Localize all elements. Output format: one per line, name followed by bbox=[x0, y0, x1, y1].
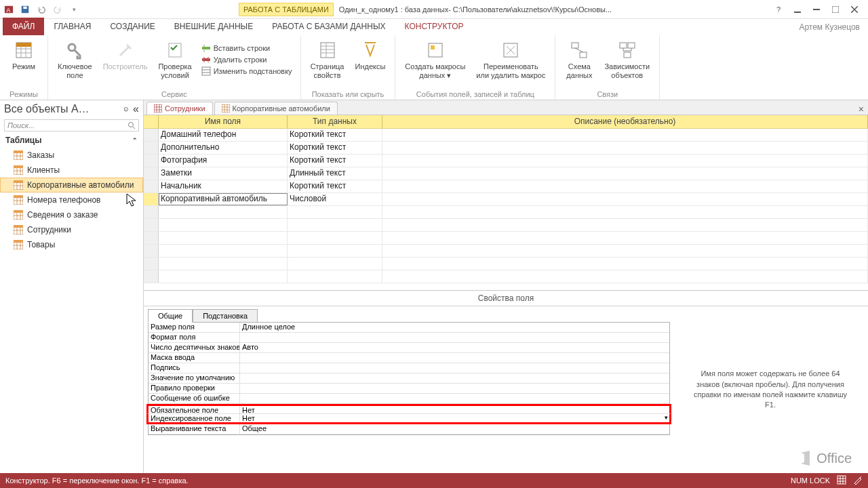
save-icon[interactable] bbox=[18, 2, 33, 17]
svg-rect-25 bbox=[14, 150, 23, 153]
property-row[interactable]: Подпись bbox=[149, 363, 669, 373]
nav-item[interactable]: Клиенты bbox=[0, 163, 143, 178]
test-rules-button[interactable]: Проверка условий bbox=[155, 38, 194, 81]
dropdown-icon[interactable]: ▾ bbox=[665, 414, 668, 421]
svg-rect-18 bbox=[572, 43, 578, 48]
field-row[interactable]: Корпоративный автомобильЧисловой bbox=[144, 193, 868, 206]
row-selector[interactable] bbox=[144, 193, 159, 205]
nav-item[interactable]: Товары bbox=[0, 237, 143, 252]
table-icon bbox=[14, 195, 23, 205]
tab-create[interactable]: СОЗДАНИЕ bbox=[100, 18, 164, 35]
primary-key-button[interactable]: Ключевое поле bbox=[55, 38, 95, 81]
nav-item[interactable]: Номера телефонов bbox=[0, 192, 143, 207]
table-icon bbox=[14, 225, 23, 235]
field-row[interactable]: ЗаметкиДлинный текст bbox=[144, 167, 868, 180]
context-tab-label: РАБОТА С ТАБЛИЦАМИ bbox=[239, 3, 334, 16]
property-row[interactable]: Значение по умолчанию bbox=[149, 373, 669, 384]
design-view-icon[interactable] bbox=[853, 475, 863, 486]
field-row[interactable]: НачальникКороткий текст bbox=[144, 180, 868, 193]
field-row-empty[interactable] bbox=[144, 219, 868, 232]
svg-rect-40 bbox=[837, 476, 846, 484]
row-selector[interactable] bbox=[144, 129, 159, 141]
nav-item[interactable]: Сотрудники bbox=[0, 222, 143, 237]
row-selector[interactable] bbox=[144, 155, 159, 167]
nav-item[interactable]: Заказы bbox=[0, 148, 143, 163]
qa-more-icon[interactable]: ▾ bbox=[66, 2, 81, 17]
redo-icon[interactable] bbox=[50, 2, 65, 17]
nav-header[interactable]: Все объекты A…⊙« bbox=[0, 100, 143, 118]
field-row[interactable]: ДополнительноКороткий текст bbox=[144, 142, 868, 155]
field-row-empty[interactable] bbox=[144, 245, 868, 258]
doc-tab-employees[interactable]: Сотрудники bbox=[146, 102, 213, 115]
select-all-corner[interactable] bbox=[144, 115, 159, 128]
svg-rect-4 bbox=[794, 12, 801, 13]
prop-tab-lookup[interactable]: Подстановка bbox=[193, 309, 258, 323]
relationships-button[interactable]: Схема данных bbox=[562, 38, 596, 81]
close-doc-icon[interactable]: × bbox=[859, 104, 864, 115]
field-row-empty[interactable] bbox=[144, 270, 868, 283]
field-row-empty[interactable] bbox=[144, 232, 868, 245]
object-dependencies-button[interactable]: Зависимости объектов bbox=[601, 38, 652, 81]
field-row-empty[interactable] bbox=[144, 206, 868, 219]
datasheet-view-icon[interactable] bbox=[837, 475, 846, 486]
group-show-label: Показать или скрыть bbox=[308, 90, 389, 98]
col-field-name[interactable]: Имя поля bbox=[159, 115, 288, 128]
col-data-type[interactable]: Тип данных bbox=[288, 115, 382, 128]
insert-rows-button[interactable]: Вставить строки bbox=[200, 43, 294, 54]
property-row[interactable]: Формат поля bbox=[149, 333, 669, 343]
svg-rect-22 bbox=[624, 52, 631, 58]
collapse-nav-icon[interactable]: « bbox=[133, 103, 139, 115]
nav-section-tables[interactable]: Таблицы⌃ bbox=[0, 133, 143, 148]
tab-design[interactable]: КОНСТРУКТОР bbox=[395, 18, 473, 35]
field-grid: Имя поля Тип данных Описание (необязател… bbox=[144, 115, 868, 291]
table-icon bbox=[14, 240, 23, 249]
search-input[interactable]: Поиск... bbox=[4, 119, 139, 131]
svg-rect-31 bbox=[14, 195, 23, 198]
property-row[interactable]: Число десятичных знаковАвто bbox=[149, 343, 669, 353]
tab-home[interactable]: ГЛАВНАЯ bbox=[44, 18, 100, 35]
svg-rect-33 bbox=[14, 210, 23, 213]
rename-delete-macro-button[interactable]: Переименовать или удалить макрос bbox=[473, 38, 548, 81]
property-row[interactable]: Правило проверки bbox=[149, 384, 669, 394]
ribbon-collapse-icon[interactable] bbox=[788, 3, 807, 16]
nav-item[interactable]: Сведения о заказе bbox=[0, 207, 143, 222]
maximize-icon[interactable] bbox=[826, 3, 845, 16]
prop-tab-general[interactable]: Общие bbox=[148, 309, 193, 323]
view-button[interactable]: Режим bbox=[7, 38, 41, 73]
status-text: Конструктор. F6 = переключение окон. F1 … bbox=[5, 476, 189, 485]
property-row[interactable]: Маска ввода bbox=[149, 353, 669, 363]
col-description[interactable]: Описание (необязательно) bbox=[382, 115, 868, 128]
delete-rows-button[interactable]: Удалить строки bbox=[200, 54, 294, 65]
nav-item[interactable]: Корпоративные автомобили bbox=[0, 178, 143, 192]
field-row-empty[interactable] bbox=[144, 258, 868, 270]
undo-icon[interactable] bbox=[34, 2, 49, 17]
chevron-down-icon: ⊙ bbox=[123, 106, 129, 113]
modify-lookup-button[interactable]: Изменить подстановку bbox=[200, 66, 294, 77]
field-row[interactable]: Домашний телефонКороткий текст bbox=[144, 129, 868, 142]
property-sheet-button[interactable]: Страница свойств bbox=[308, 38, 347, 81]
indexes-button[interactable]: Индексы bbox=[352, 38, 388, 81]
user-name[interactable]: Артем Кузнецов bbox=[791, 20, 868, 35]
property-row[interactable]: Индексированное полеНет▾ bbox=[146, 414, 671, 424]
create-data-macros-button[interactable]: Создать макросы данных ▾ bbox=[402, 38, 468, 81]
tab-db[interactable]: РАБОТА С БАЗАМИ ДАННЫХ bbox=[262, 18, 395, 35]
tab-file[interactable]: ФАЙЛ bbox=[3, 18, 44, 35]
close-icon[interactable] bbox=[845, 3, 864, 16]
row-selector[interactable] bbox=[144, 180, 159, 192]
tab-external[interactable]: ВНЕШНИЕ ДАННЫЕ bbox=[165, 18, 262, 35]
help-icon[interactable]: ? bbox=[769, 3, 788, 16]
property-row[interactable]: Выравнивание текстаОбщее bbox=[149, 424, 669, 434]
field-row[interactable]: ФотографияКороткий текст bbox=[144, 155, 868, 167]
property-row[interactable]: Сообщение об ошибке bbox=[149, 394, 669, 404]
row-selector[interactable] bbox=[144, 142, 159, 154]
svg-rect-29 bbox=[14, 180, 23, 183]
row-selector[interactable] bbox=[144, 167, 159, 180]
status-bar: Конструктор. F6 = переключение окон. F1 … bbox=[0, 473, 868, 488]
svg-rect-38 bbox=[154, 104, 162, 113]
ribbon: Режим Режимы Ключевое поле Построитель П… bbox=[0, 35, 868, 100]
property-row[interactable]: Размер поляДлинное целое bbox=[149, 323, 669, 333]
document-tabs: Сотрудники Корпоративные автомобили × bbox=[144, 100, 868, 115]
property-row[interactable]: Обязательное полеНет bbox=[146, 404, 671, 414]
minimize-icon[interactable] bbox=[807, 3, 826, 16]
doc-tab-corporate-cars[interactable]: Корпоративные автомобили bbox=[214, 102, 338, 115]
